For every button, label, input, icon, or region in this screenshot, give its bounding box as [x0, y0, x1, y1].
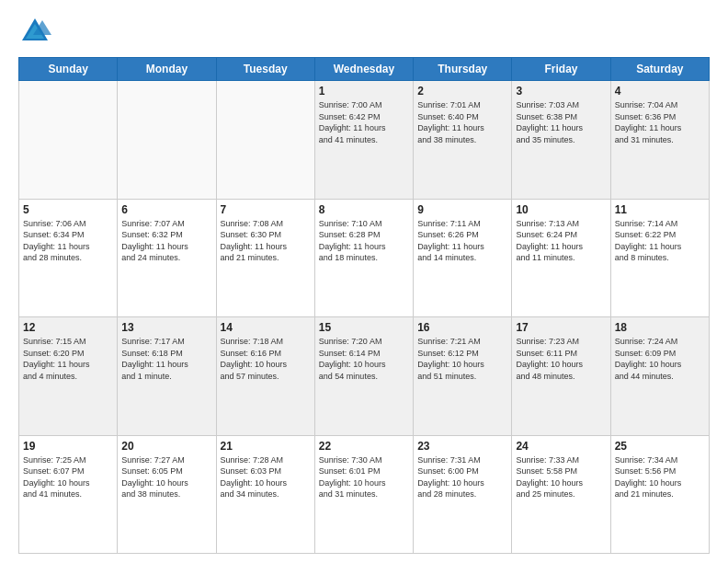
cell-info: Sunrise: 7:25 AM Sunset: 6:07 PM Dayligh… [23, 454, 113, 500]
calendar-table: SundayMondayTuesdayWednesdayThursdayFrid… [18, 57, 710, 554]
day-number: 13 [121, 321, 211, 334]
cell-info: Sunrise: 7:33 AM Sunset: 5:58 PM Dayligh… [516, 454, 606, 500]
weekday-header-sunday: Sunday [19, 58, 118, 81]
calendar-cell: 23Sunrise: 7:31 AM Sunset: 6:00 PM Dayli… [414, 435, 512, 554]
calendar-week-0: 1Sunrise: 7:00 AM Sunset: 6:42 PM Daylig… [19, 81, 710, 200]
cell-info: Sunrise: 7:03 AM Sunset: 6:38 PM Dayligh… [516, 99, 606, 145]
cell-info: Sunrise: 7:06 AM Sunset: 6:34 PM Dayligh… [23, 218, 113, 264]
calendar-cell: 22Sunrise: 7:30 AM Sunset: 6:01 PM Dayli… [314, 435, 413, 554]
calendar-cell [118, 81, 216, 200]
day-number: 22 [319, 440, 409, 453]
calendar-cell: 19Sunrise: 7:25 AM Sunset: 6:07 PM Dayli… [19, 435, 118, 554]
calendar-week-3: 19Sunrise: 7:25 AM Sunset: 6:07 PM Dayli… [19, 435, 710, 554]
day-number: 12 [23, 321, 113, 334]
day-number: 6 [121, 203, 211, 216]
cell-info: Sunrise: 7:20 AM Sunset: 6:14 PM Dayligh… [319, 336, 409, 382]
day-number: 9 [417, 203, 507, 216]
weekday-header-friday: Friday [512, 58, 610, 81]
weekday-header-wednesday: Wednesday [314, 58, 413, 81]
day-number: 4 [615, 85, 705, 98]
calendar-cell: 13Sunrise: 7:17 AM Sunset: 6:18 PM Dayli… [118, 317, 216, 436]
calendar-cell [216, 81, 314, 200]
cell-info: Sunrise: 7:30 AM Sunset: 6:01 PM Dayligh… [319, 454, 409, 500]
cell-info: Sunrise: 7:07 AM Sunset: 6:32 PM Dayligh… [121, 218, 211, 264]
cell-info: Sunrise: 7:28 AM Sunset: 6:03 PM Dayligh… [221, 454, 311, 500]
weekday-header-tuesday: Tuesday [216, 58, 314, 81]
day-number: 10 [516, 203, 606, 216]
calendar-week-2: 12Sunrise: 7:15 AM Sunset: 6:20 PM Dayli… [19, 317, 710, 436]
calendar-cell: 6Sunrise: 7:07 AM Sunset: 6:32 PM Daylig… [118, 199, 216, 317]
calendar-cell: 4Sunrise: 7:04 AM Sunset: 6:36 PM Daylig… [610, 81, 709, 200]
day-number: 2 [417, 85, 507, 98]
calendar-cell: 2Sunrise: 7:01 AM Sunset: 6:40 PM Daylig… [414, 81, 512, 200]
calendar-cell: 17Sunrise: 7:23 AM Sunset: 6:11 PM Dayli… [512, 317, 610, 436]
logo-icon [18, 15, 51, 48]
day-number: 3 [516, 85, 606, 98]
calendar-cell [19, 81, 118, 200]
day-number: 8 [319, 203, 409, 216]
calendar-cell: 15Sunrise: 7:20 AM Sunset: 6:14 PM Dayli… [314, 317, 413, 436]
weekday-header-thursday: Thursday [414, 58, 512, 81]
cell-info: Sunrise: 7:31 AM Sunset: 6:00 PM Dayligh… [417, 454, 507, 500]
cell-info: Sunrise: 7:11 AM Sunset: 6:26 PM Dayligh… [417, 218, 507, 264]
day-number: 11 [615, 203, 705, 216]
calendar-cell: 14Sunrise: 7:18 AM Sunset: 6:16 PM Dayli… [216, 317, 314, 436]
day-number: 14 [221, 321, 311, 334]
cell-info: Sunrise: 7:27 AM Sunset: 6:05 PM Dayligh… [121, 454, 211, 500]
calendar-cell: 3Sunrise: 7:03 AM Sunset: 6:38 PM Daylig… [512, 81, 610, 200]
day-number: 18 [615, 321, 705, 334]
cell-info: Sunrise: 7:21 AM Sunset: 6:12 PM Dayligh… [417, 336, 507, 382]
cell-info: Sunrise: 7:24 AM Sunset: 6:09 PM Dayligh… [615, 336, 705, 382]
calendar-cell: 1Sunrise: 7:00 AM Sunset: 6:42 PM Daylig… [314, 81, 413, 200]
calendar-header-row: SundayMondayTuesdayWednesdayThursdayFrid… [19, 58, 710, 81]
calendar-cell: 25Sunrise: 7:34 AM Sunset: 5:56 PM Dayli… [610, 435, 709, 554]
logo [18, 15, 55, 48]
cell-info: Sunrise: 7:18 AM Sunset: 6:16 PM Dayligh… [221, 336, 311, 382]
day-number: 20 [121, 440, 211, 453]
cell-info: Sunrise: 7:23 AM Sunset: 6:11 PM Dayligh… [516, 336, 606, 382]
cell-info: Sunrise: 7:04 AM Sunset: 6:36 PM Dayligh… [615, 99, 705, 145]
cell-info: Sunrise: 7:10 AM Sunset: 6:28 PM Dayligh… [319, 218, 409, 264]
calendar-cell: 9Sunrise: 7:11 AM Sunset: 6:26 PM Daylig… [414, 199, 512, 317]
day-number: 5 [23, 203, 113, 216]
day-number: 15 [319, 321, 409, 334]
cell-info: Sunrise: 7:00 AM Sunset: 6:42 PM Dayligh… [319, 99, 409, 145]
day-number: 25 [615, 440, 705, 453]
weekday-header-monday: Monday [118, 58, 216, 81]
cell-info: Sunrise: 7:14 AM Sunset: 6:22 PM Dayligh… [615, 218, 705, 264]
calendar-cell: 24Sunrise: 7:33 AM Sunset: 5:58 PM Dayli… [512, 435, 610, 554]
cell-info: Sunrise: 7:13 AM Sunset: 6:24 PM Dayligh… [516, 218, 606, 264]
calendar-cell: 20Sunrise: 7:27 AM Sunset: 6:05 PM Dayli… [118, 435, 216, 554]
calendar-cell: 8Sunrise: 7:10 AM Sunset: 6:28 PM Daylig… [314, 199, 413, 317]
weekday-header-saturday: Saturday [610, 58, 709, 81]
day-number: 1 [319, 85, 409, 98]
cell-info: Sunrise: 7:01 AM Sunset: 6:40 PM Dayligh… [417, 99, 507, 145]
day-number: 24 [516, 440, 606, 453]
cell-info: Sunrise: 7:34 AM Sunset: 5:56 PM Dayligh… [615, 454, 705, 500]
calendar-cell: 21Sunrise: 7:28 AM Sunset: 6:03 PM Dayli… [216, 435, 314, 554]
calendar-cell: 5Sunrise: 7:06 AM Sunset: 6:34 PM Daylig… [19, 199, 118, 317]
cell-info: Sunrise: 7:08 AM Sunset: 6:30 PM Dayligh… [221, 218, 311, 264]
day-number: 16 [417, 321, 507, 334]
calendar-cell: 12Sunrise: 7:15 AM Sunset: 6:20 PM Dayli… [19, 317, 118, 436]
day-number: 17 [516, 321, 606, 334]
header [18, 15, 710, 48]
calendar-cell: 16Sunrise: 7:21 AM Sunset: 6:12 PM Dayli… [414, 317, 512, 436]
calendar-cell: 10Sunrise: 7:13 AM Sunset: 6:24 PM Dayli… [512, 199, 610, 317]
calendar-week-1: 5Sunrise: 7:06 AM Sunset: 6:34 PM Daylig… [19, 199, 710, 317]
calendar-cell: 18Sunrise: 7:24 AM Sunset: 6:09 PM Dayli… [610, 317, 709, 436]
cell-info: Sunrise: 7:15 AM Sunset: 6:20 PM Dayligh… [23, 336, 113, 382]
day-number: 21 [221, 440, 311, 453]
cell-info: Sunrise: 7:17 AM Sunset: 6:18 PM Dayligh… [121, 336, 211, 382]
day-number: 19 [23, 440, 113, 453]
calendar-cell: 11Sunrise: 7:14 AM Sunset: 6:22 PM Dayli… [610, 199, 709, 317]
day-number: 7 [221, 203, 311, 216]
calendar-cell: 7Sunrise: 7:08 AM Sunset: 6:30 PM Daylig… [216, 199, 314, 317]
day-number: 23 [417, 440, 507, 453]
page: SundayMondayTuesdayWednesdayThursdayFrid… [0, 0, 728, 563]
